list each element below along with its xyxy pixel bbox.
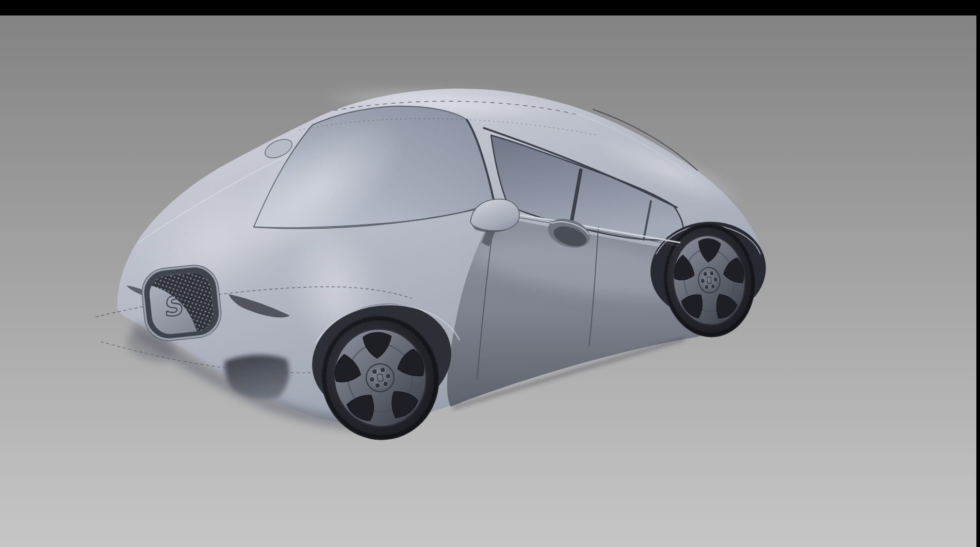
front-grille: S: [139, 263, 224, 344]
application-window: S: [0, 0, 980, 547]
render-viewport-canvas[interactable]: S: [0, 0, 980, 547]
top-letterbox-bar: [0, 0, 980, 15]
right-letterbox-bar: [976, 15, 980, 547]
seat-logo: S: [164, 290, 184, 323]
